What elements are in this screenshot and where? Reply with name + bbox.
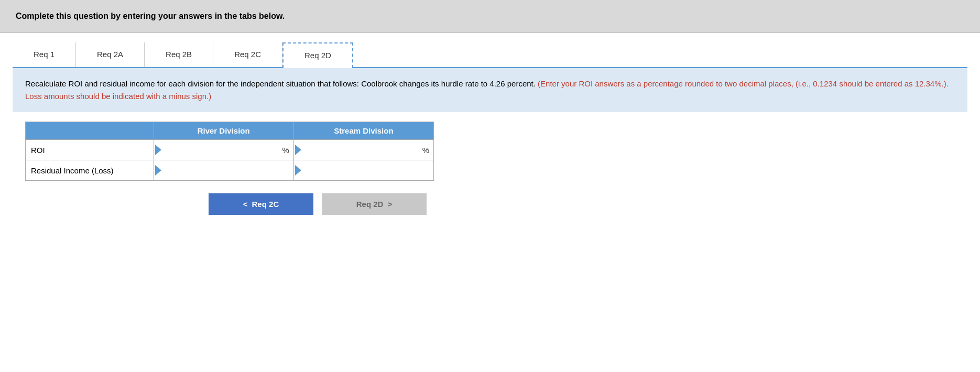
data-table: River Division Stream Division ROI %	[25, 122, 434, 181]
prev-button[interactable]: < Req 2C	[209, 193, 313, 215]
col-stream-header: Stream Division	[293, 122, 433, 140]
col-empty-header	[26, 122, 154, 140]
stream-roi-cell: %	[293, 140, 433, 160]
residual-label: Residual Income (Loss)	[26, 160, 154, 181]
description-main: Recalculate ROI and residual income for …	[25, 79, 536, 88]
next-button[interactable]: Req 2D >	[322, 193, 427, 215]
table-row-residual: Residual Income (Loss)	[26, 160, 434, 181]
prev-label: Req 2C	[252, 200, 279, 209]
main-content-area: Req 1 Req 2A Req 2B Req 2C Req 2D Recalc…	[13, 42, 967, 225]
content-area: River Division Stream Division ROI %	[13, 112, 967, 225]
river-roi-pct: %	[281, 146, 293, 155]
stream-residual-cell	[293, 160, 433, 181]
roi-label: ROI	[26, 140, 154, 160]
table-row-roi: ROI % %	[26, 140, 434, 160]
river-roi-triangle	[155, 145, 161, 155]
river-roi-input-wrapper: %	[154, 140, 293, 160]
tab-req2b[interactable]: Req 2B	[145, 42, 213, 67]
river-residual-input-wrapper	[154, 160, 293, 180]
col-river-header: River Division	[154, 122, 293, 140]
instruction-banner: Complete this question by entering your …	[0, 0, 980, 33]
stream-residual-input[interactable]	[301, 160, 433, 180]
description-area: Recalculate ROI and residual income for …	[13, 68, 967, 112]
tab-req2c[interactable]: Req 2C	[213, 42, 282, 67]
nav-buttons: < Req 2C Req 2D >	[25, 193, 955, 215]
stream-roi-pct: %	[421, 146, 433, 155]
page-wrapper: Complete this question by entering your …	[0, 0, 980, 372]
stream-roi-triangle	[295, 145, 301, 155]
river-roi-input[interactable]	[161, 140, 281, 160]
river-residual-input[interactable]	[161, 160, 293, 180]
tab-req2d[interactable]: Req 2D	[282, 42, 353, 68]
river-residual-triangle	[155, 165, 161, 176]
river-residual-cell	[154, 160, 293, 181]
river-roi-cell: %	[154, 140, 293, 160]
stream-roi-input[interactable]	[301, 140, 421, 160]
stream-roi-input-wrapper: %	[294, 140, 433, 160]
tabs-row: Req 1 Req 2A Req 2B Req 2C Req 2D	[13, 42, 967, 68]
stream-residual-triangle	[295, 165, 301, 176]
prev-icon: <	[243, 200, 248, 209]
next-icon: >	[387, 200, 392, 209]
instruction-text: Complete this question by entering your …	[16, 12, 964, 21]
stream-residual-input-wrapper	[294, 160, 433, 180]
tab-req1[interactable]: Req 1	[13, 42, 76, 67]
next-label: Req 2D	[356, 200, 384, 209]
tab-req2a[interactable]: Req 2A	[76, 42, 145, 67]
